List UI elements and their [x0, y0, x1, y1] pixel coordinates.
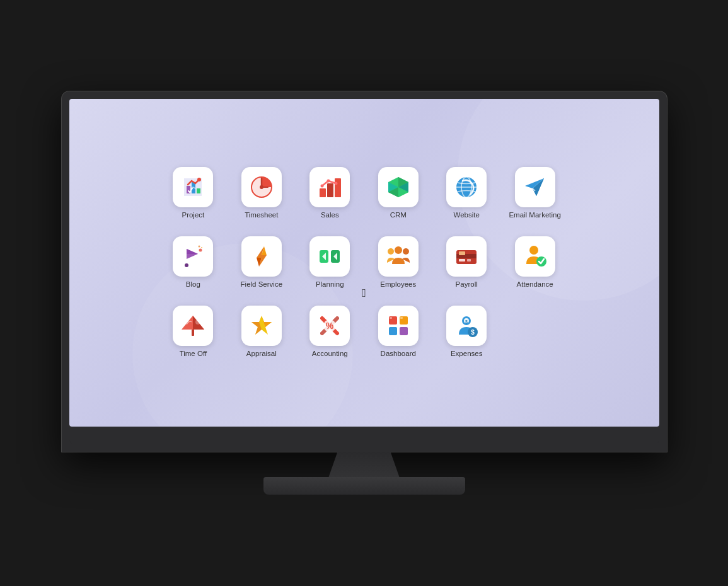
project-icon [173, 167, 213, 207]
sales-icon [309, 167, 350, 207]
svg-rect-50 [459, 251, 465, 255]
dashboard-icon [378, 306, 419, 346]
appraisal-icon [241, 306, 282, 346]
monitor-neck [320, 452, 408, 477]
blog-icon [173, 236, 213, 277]
expenses-icon: $ $ [446, 306, 487, 346]
monitor-frame: Project [62, 91, 667, 452]
website-icon [446, 167, 487, 207]
monitor-chin [69, 427, 659, 444]
app-label-attendance: Attendance [517, 280, 553, 289]
svg-point-29 [199, 249, 202, 252]
app-item-email-marketing[interactable]: Email Marketing [504, 162, 565, 225]
monitor-base:  [263, 477, 465, 495]
timesheet-icon [241, 167, 282, 207]
app-label-appraisal: Appraisal [246, 350, 277, 359]
svg-point-44 [403, 248, 409, 255]
svg-point-52 [529, 246, 538, 255]
app-label-project: Project [182, 211, 204, 220]
app-label-field-service: Field Service [241, 280, 282, 289]
app-label-planning: Planning [316, 280, 344, 289]
app-item-crm[interactable]: CRM [367, 162, 429, 225]
svg-point-1 [197, 178, 201, 181]
app-label-dashboard: Dashboard [381, 350, 416, 359]
svg-point-13 [327, 180, 330, 183]
app-item-planning[interactable]: Planning [299, 231, 361, 294]
svg-point-28 [185, 263, 188, 267]
svg-rect-73 [451, 311, 482, 341]
svg-rect-9 [320, 188, 326, 197]
svg-rect-10 [327, 183, 333, 197]
time-off-icon [173, 306, 213, 346]
svg-point-30 [199, 246, 200, 248]
svg-rect-71 [390, 317, 392, 319]
app-item-time-off[interactable]: Time Off [162, 301, 224, 364]
app-item-field-service[interactable]: Field Service [231, 231, 292, 294]
app-item-employees[interactable]: Employees [367, 231, 429, 294]
app-label-blog: Blog [186, 280, 200, 289]
app-item-timesheet[interactable]: Timesheet [231, 162, 292, 225]
app-label-email-marketing: Email Marketing [509, 211, 560, 220]
svg-rect-36 [315, 241, 345, 272]
app-label-payroll: Payroll [456, 280, 478, 289]
app-item-attendance[interactable]: Attendance [504, 231, 565, 294]
app-item-dashboard[interactable]: Dashboard [367, 301, 429, 364]
employees-icon [378, 236, 419, 277]
app-item-project[interactable]: Project [162, 162, 224, 225]
app-grid: Project [124, 137, 604, 388]
svg-point-14 [335, 182, 338, 185]
crm-icon [378, 167, 419, 207]
svg-rect-48 [459, 259, 465, 261]
app-label-sales: Sales [321, 211, 339, 220]
app-label-timesheet: Timesheet [245, 211, 278, 220]
app-item-blog[interactable]: Blog [162, 231, 224, 294]
app-item-website[interactable]: Website [436, 162, 497, 225]
svg-rect-11 [335, 178, 341, 197]
svg-text:%: % [326, 321, 334, 331]
svg-point-56 [195, 319, 200, 325]
svg-rect-51 [520, 241, 550, 272]
svg-rect-72 [400, 317, 403, 319]
app-label-accounting: Accounting [312, 350, 348, 359]
app-item-accounting[interactable]: % Accounting [299, 301, 361, 364]
svg-rect-49 [467, 259, 471, 261]
attendance-icon [515, 236, 555, 277]
svg-rect-66 [383, 311, 413, 341]
app-item-payroll[interactable]: Payroll [436, 231, 497, 294]
app-item-expenses[interactable]: $ $ Expenses [436, 301, 497, 364]
svg-rect-41 [383, 241, 413, 272]
app-item-sales[interactable]: Sales [299, 162, 361, 225]
app-label-website: Website [454, 211, 480, 220]
app-label-employees: Employees [380, 280, 416, 289]
svg-point-31 [201, 247, 202, 248]
app-label-crm: CRM [390, 211, 407, 220]
svg-point-12 [321, 185, 324, 188]
field-service-icon [241, 236, 282, 277]
svg-rect-55 [192, 330, 194, 336]
svg-rect-70 [400, 327, 408, 335]
payroll-icon [446, 236, 487, 277]
email-marketing-icon [515, 167, 555, 207]
monitor-container: Project [62, 91, 667, 495]
screen: Project [69, 99, 659, 427]
app-item-appraisal[interactable]: Appraisal [231, 301, 292, 364]
svg-rect-27 [178, 241, 208, 272]
app-label-time-off: Time Off [180, 350, 207, 359]
accounting-icon: % [309, 306, 350, 346]
svg-text:$: $ [465, 319, 468, 325]
app-label-expenses: Expenses [451, 350, 483, 359]
svg-point-42 [395, 246, 402, 254]
svg-point-43 [388, 248, 394, 255]
svg-rect-69 [389, 327, 397, 335]
svg-text:$: $ [471, 329, 475, 336]
planning-icon [309, 236, 350, 277]
